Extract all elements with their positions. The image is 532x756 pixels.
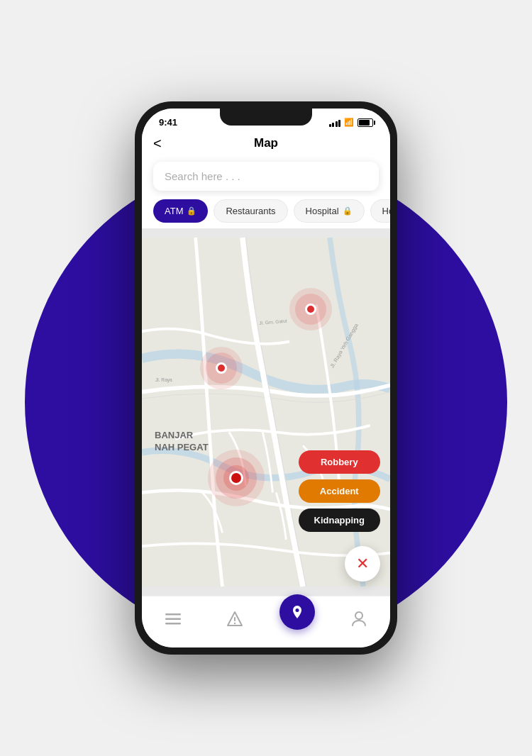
lock-icon: 🔒: [187, 206, 196, 216]
phone-frame: 9:41 📶 < Map Search here . . .: [135, 101, 397, 655]
crime-pin-2[interactable]: [200, 347, 243, 389]
bottom-nav: [142, 596, 390, 647]
legend-kidnapping-label: Kidnapping: [314, 515, 365, 526]
nav-map-button[interactable]: [279, 594, 315, 630]
signal-icon: [329, 118, 341, 127]
lock-icon-hospital: 🔒: [343, 206, 353, 216]
filter-row: ATM 🔒 Restaurants Hospital 🔒 Hote: [142, 196, 390, 228]
legend-accident[interactable]: Accident: [299, 479, 381, 503]
battery-icon: [358, 118, 373, 127]
alert-icon: [227, 611, 243, 627]
nav-map[interactable]: [279, 605, 315, 633]
svg-rect-8: [234, 617, 235, 621]
page-title: Map: [254, 136, 278, 150]
svg-rect-6: [165, 623, 181, 625]
filter-hotel-label: Hote: [382, 206, 390, 216]
close-icon: ✕: [356, 556, 369, 572]
back-button[interactable]: <: [153, 135, 162, 152]
phone-notch: [220, 109, 312, 126]
header: < Map: [142, 130, 390, 156]
filter-hospital[interactable]: Hospital 🔒: [294, 199, 365, 223]
wifi-icon: 📶: [344, 118, 354, 127]
legend-kidnapping[interactable]: Kidnapping: [299, 508, 381, 532]
legend-container: Robbery Accident Kidnapping: [299, 450, 381, 532]
profile-icon: [352, 611, 366, 627]
nav-alert[interactable]: [217, 605, 253, 633]
filter-restaurants[interactable]: Restaurants: [214, 199, 287, 223]
svg-point-10: [295, 608, 299, 612]
fab-close-button[interactable]: ✕: [345, 546, 380, 582]
crime-pin-1[interactable]: [289, 288, 332, 330]
nav-list[interactable]: [155, 605, 191, 633]
search-input[interactable]: Search here . . .: [153, 162, 379, 191]
legend-robbery[interactable]: Robbery: [299, 450, 381, 474]
svg-rect-4: [165, 613, 181, 616]
filter-atm-label: ATM: [165, 206, 183, 216]
map-area-label: BANJAR NAH PEGAT: [155, 430, 209, 454]
status-icons: 📶: [329, 118, 374, 127]
svg-point-9: [234, 623, 235, 624]
map-label-line2: NAH PEGAT: [155, 442, 209, 454]
map-area[interactable]: Jl. Raya Yeh Gangga Jl. Grn. Gatut Jl. R…: [142, 228, 390, 596]
list-icon: [165, 612, 181, 626]
legend-robbery-label: Robbery: [321, 457, 358, 467]
filter-hospital-label: Hospital: [306, 206, 339, 216]
map-svg: Jl. Raya Yeh Gangga Jl. Grn. Gatut Jl. R…: [142, 228, 390, 596]
svg-point-11: [355, 612, 362, 619]
filter-atm[interactable]: ATM 🔒: [153, 199, 208, 223]
map-icon: [289, 604, 305, 620]
filter-hotel[interactable]: Hote: [370, 199, 390, 223]
svg-rect-0: [142, 238, 390, 587]
search-container: Search here . . .: [142, 156, 390, 196]
status-time: 9:41: [159, 117, 177, 128]
legend-accident-label: Accident: [320, 486, 359, 496]
map-label-line1: BANJAR: [155, 430, 209, 442]
nav-profile[interactable]: [341, 605, 377, 633]
svg-rect-5: [165, 618, 181, 621]
svg-text:Jl. Raya: Jl. Raya: [155, 377, 172, 383]
filter-restaurants-label: Restaurants: [226, 206, 275, 216]
crime-pin-3[interactable]: [208, 450, 265, 506]
phone-screen: 9:41 📶 < Map Search here . . .: [142, 109, 390, 647]
